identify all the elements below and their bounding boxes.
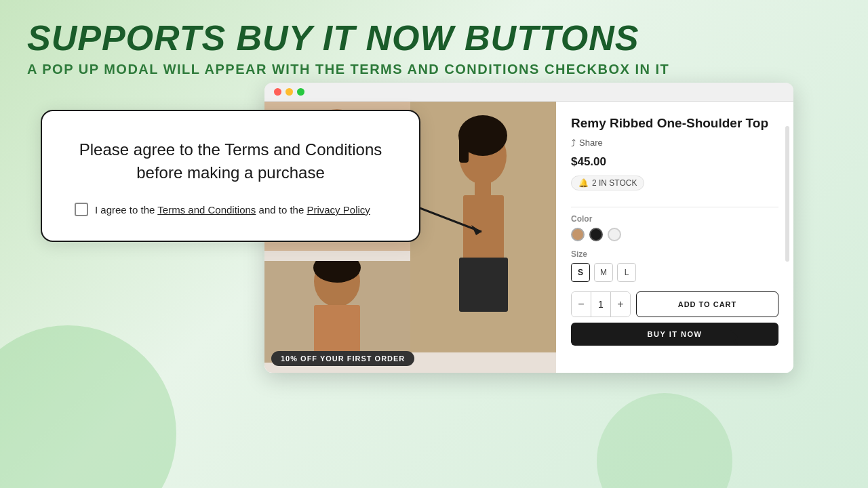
svg-marker-1: [471, 225, 481, 235]
product-price: $45.00: [571, 155, 778, 169]
stock-label: 2 IN STOCK: [592, 178, 637, 188]
product-title: Remy Ribbed One-Shoulder Top: [571, 115, 778, 132]
product-image-3: [264, 261, 410, 363]
add-to-cart-button[interactable]: ADD TO CART: [636, 291, 778, 317]
browser-scroll[interactable]: [785, 126, 789, 262]
terms-link[interactable]: Terms and Conditions: [157, 204, 256, 216]
terms-checkbox[interactable]: [75, 203, 88, 216]
size-btn-s[interactable]: S: [571, 263, 590, 282]
modal-popup: Please agree to the Terms and Conditions…: [41, 110, 420, 242]
browser-bar: [264, 83, 793, 102]
quantity-control: − 1 +: [571, 291, 631, 317]
size-options: S M L: [571, 263, 778, 282]
checkbox-row: I agree to the Terms and Conditions and …: [72, 203, 389, 216]
browser-minimize-dot: [285, 88, 293, 96]
product-panel: Remy Ribbed One-Shoulder Top ⤴ Share $45…: [556, 102, 793, 373]
size-btn-m[interactable]: M: [594, 263, 613, 282]
page-header: SUPPORTS BUY IT NOW BUTTONS A POP UP MOD…: [0, 0, 868, 83]
divider-1: [571, 207, 778, 207]
svg-rect-12: [459, 136, 469, 163]
browser-close-dot: [274, 88, 281, 96]
share-label: Share: [579, 138, 603, 148]
share-row[interactable]: ⤴ Share: [571, 138, 778, 148]
subtitle: A POP UP MODAL WILL APPEAR WITH THE TERM…: [27, 62, 841, 77]
color-swatches: [571, 228, 778, 241]
size-btn-l[interactable]: L: [617, 263, 636, 282]
svg-rect-19: [314, 305, 360, 352]
qty-value: 1: [591, 292, 611, 317]
color-swatch-white[interactable]: [608, 228, 621, 241]
browser-maximize-dot: [297, 88, 304, 96]
stock-badge: 🔔 2 IN STOCK: [571, 176, 644, 190]
svg-marker-20: [730, 329, 740, 346]
privacy-link[interactable]: Privacy Policy: [307, 204, 370, 216]
buy-now-button[interactable]: BUY IT NOW: [571, 323, 778, 346]
cursor-icon: [730, 329, 746, 348]
color-label: Color: [571, 214, 778, 224]
share-icon: ⤴: [571, 138, 576, 148]
svg-rect-15: [459, 258, 508, 312]
qty-cart-row: − 1 + ADD TO CART: [571, 291, 778, 317]
bg-decoration-right: [597, 393, 732, 488]
bg-decoration-left: [0, 325, 176, 488]
color-swatch-tan[interactable]: [571, 228, 585, 241]
checkbox-label: I agree to the Terms and Conditions and …: [95, 204, 370, 216]
main-title: SUPPORTS BUY IT NOW BUTTONS: [27, 19, 841, 58]
modal-title: Please agree to the Terms and Conditions…: [72, 138, 389, 184]
promo-bar: 10% OFF YOUR FIRST ORDER: [271, 351, 414, 366]
color-swatch-black[interactable]: [589, 228, 603, 241]
stock-icon: 🔔: [578, 178, 589, 188]
qty-decrease-button[interactable]: −: [572, 292, 591, 317]
qty-increase-button[interactable]: +: [611, 292, 630, 317]
size-label: Size: [571, 249, 778, 259]
